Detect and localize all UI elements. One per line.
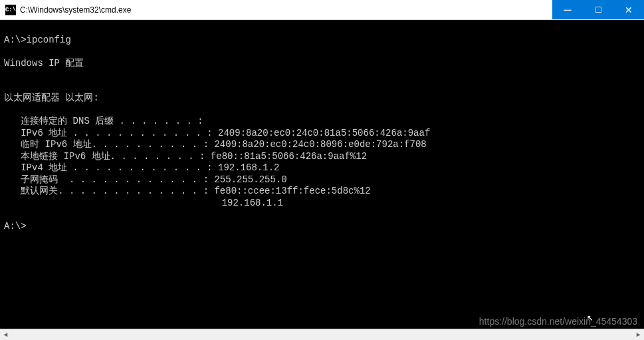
- scroll-left-arrow[interactable]: ◄: [0, 329, 11, 340]
- window-controls: ─ ☐ ✕: [552, 0, 644, 19]
- terminal-line: A:\>ipconfig: [4, 35, 71, 45]
- terminal-line: 默认网关. . . . . . . . . . . . . : fe80::cc…: [4, 186, 371, 196]
- terminal-line: Windows IP 配置: [4, 58, 84, 69]
- horizontal-scrollbar[interactable]: ◄ ►: [0, 329, 644, 340]
- close-button[interactable]: ✕: [613, 0, 644, 19]
- terminal-line: 子网掩码 . . . . . . . . . . . . : 255.255.2…: [4, 174, 287, 185]
- cmd-icon: C:\: [5, 5, 16, 15]
- window-title: C:\Windows\system32\cmd.exe: [20, 5, 552, 15]
- terminal-line: A:\>: [4, 221, 27, 232]
- terminal-output[interactable]: A:\>ipconfig Windows IP 配置 以太网适配器 以太网: 连…: [0, 20, 644, 329]
- minimize-button[interactable]: ─: [552, 0, 583, 19]
- scroll-right-arrow[interactable]: ►: [633, 329, 644, 340]
- titlebar: C:\ C:\Windows\system32\cmd.exe ─ ☐ ✕: [0, 0, 644, 20]
- terminal-line: 临时 IPv6 地址. . . . . . . . . . : 2409:8a2…: [4, 139, 427, 150]
- terminal-line: 192.168.1.1: [4, 198, 283, 208]
- terminal-line: IPv6 地址 . . . . . . . . . . . . : 2409:8…: [4, 128, 430, 138]
- terminal-line: IPv4 地址 . . . . . . . . . . . . : 192.16…: [4, 162, 279, 173]
- maximize-button[interactable]: ☐: [583, 0, 613, 19]
- terminal-line: 以太网适配器 以太网:: [4, 92, 99, 103]
- terminal-line: 连接特定的 DNS 后缀 . . . . . . . :: [4, 116, 203, 126]
- watermark-text: https://blog.csdn.net/weixin_45454303: [479, 316, 637, 327]
- terminal-line: 本地链接 IPv6 地址. . . . . . . . : fe80::81a5…: [4, 151, 367, 162]
